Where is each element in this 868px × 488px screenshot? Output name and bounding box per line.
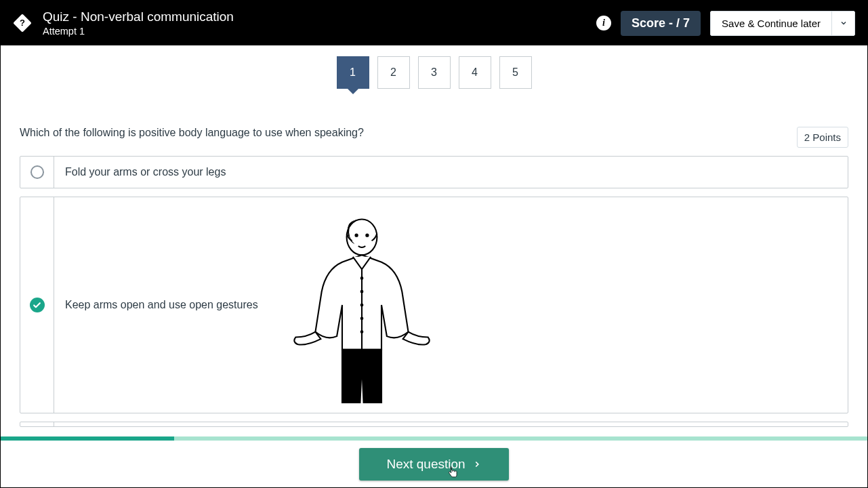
option-radio-cell [20, 197, 54, 413]
svg-point-2 [346, 219, 377, 255]
chevron-right-icon [472, 460, 482, 469]
svg-text:?: ? [20, 18, 25, 28]
next-question-button[interactable]: Next question [359, 448, 508, 481]
save-continue-group: Save & Continue later [710, 11, 855, 36]
quiz-title: Quiz - Non-verbal communication [43, 9, 585, 25]
question-nav-4[interactable]: 4 [459, 56, 491, 89]
next-button-label: Next question [386, 457, 465, 472]
score-display: Score - / 7 [621, 11, 701, 36]
attempt-label: Attempt 1 [43, 26, 585, 37]
question-navigator: 1 2 3 4 5 [1, 45, 867, 109]
option-label: Keep arms open and use open gestures [65, 299, 258, 311]
question-content: Which of the following is positive body … [1, 127, 867, 427]
svg-point-3 [355, 235, 357, 237]
answer-option-2[interactable]: Keep arms open and use open gestures [20, 197, 848, 413]
radio-unchecked-icon [30, 165, 44, 179]
header-title-block: Quiz - Non-verbal communication Attempt … [43, 9, 585, 37]
question-nav-2[interactable]: 2 [377, 56, 410, 89]
quiz-footer: Next question [1, 441, 867, 487]
check-selected-icon [30, 298, 45, 312]
svg-point-4 [366, 235, 368, 237]
chevron-down-icon [840, 19, 848, 27]
question-nav-5[interactable]: 5 [499, 56, 532, 89]
save-continue-dropdown[interactable] [832, 11, 855, 36]
option-image [270, 207, 453, 403]
answer-option-1[interactable]: Fold your arms or cross your legs [20, 156, 848, 188]
svg-point-7 [360, 304, 363, 306]
answer-options: Fold your arms or cross your legs Keep a… [20, 156, 848, 427]
question-nav-3[interactable]: 3 [418, 56, 451, 89]
svg-point-5 [360, 277, 363, 279]
answer-option-3-peek[interactable] [20, 422, 848, 427]
quiz-header: ? Quiz - Non-verbal communication Attemp… [1, 1, 867, 45]
points-badge: 2 Points [797, 127, 848, 148]
svg-point-9 [360, 331, 363, 333]
question-prompt: Which of the following is positive body … [20, 127, 364, 139]
option-label: Fold your arms or cross your legs [65, 166, 226, 178]
option-radio-cell [20, 157, 54, 188]
save-continue-button[interactable]: Save & Continue later [710, 11, 832, 36]
info-icon[interactable]: i [596, 16, 611, 30]
svg-point-8 [360, 317, 363, 319]
question-nav-1[interactable]: 1 [337, 56, 369, 89]
quiz-icon: ? [13, 14, 32, 33]
svg-point-6 [360, 291, 363, 293]
header-actions: i Score - / 7 Save & Continue later [596, 11, 855, 36]
